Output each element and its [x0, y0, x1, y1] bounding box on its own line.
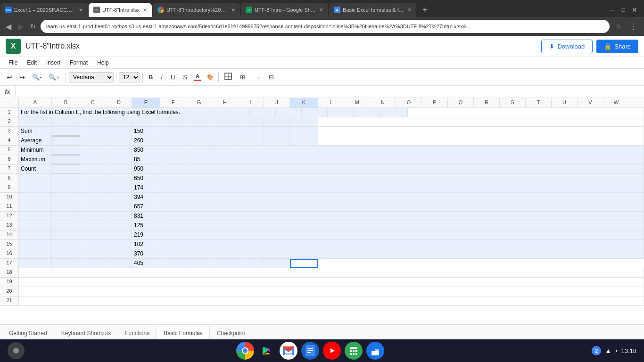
cell-e9[interactable]: 174 — [132, 183, 160, 192]
cell-e2[interactable] — [132, 117, 160, 126]
cell-e7[interactable]: 950 — [132, 165, 160, 173]
row-num-8[interactable]: 8 — [0, 174, 19, 183]
cell-e3[interactable]: 150 — [132, 127, 160, 136]
font-family-select[interactable]: Verdana — [69, 72, 114, 82]
strikethrough-button[interactable]: S — [180, 72, 190, 82]
col-header-i[interactable]: I — [238, 98, 264, 107]
url-field[interactable]: learn-us-east-1-prod-fleet01-xythos.s3.u… — [41, 20, 610, 33]
cell-d2[interactable] — [106, 117, 132, 126]
forward-button[interactable]: ▶ — [16, 21, 25, 32]
cell-j1[interactable] — [354, 108, 380, 117]
cell-h1[interactable] — [302, 108, 328, 117]
sheet-tab-checkpoint[interactable]: Checkpoint — [210, 327, 252, 339]
back-button[interactable]: ◀ — [4, 21, 13, 32]
cell-k1[interactable] — [380, 108, 408, 117]
cell-e4[interactable]: 260 — [132, 136, 160, 145]
cell-c7[interactable] — [80, 165, 106, 173]
taskbar-gmail-icon[interactable] — [280, 342, 297, 360]
row-num-12[interactable]: 12 — [0, 212, 19, 221]
font-size-select[interactable]: 12 — [119, 72, 140, 82]
cell-e8[interactable]: 650 — [132, 174, 160, 183]
restore-button[interactable]: □ — [619, 6, 628, 14]
highlight-color-button[interactable]: 🎨 — [205, 72, 216, 83]
cell-h4[interactable] — [212, 136, 238, 145]
cell-j2[interactable] — [264, 117, 290, 126]
taskbar-calculator-icon[interactable] — [345, 342, 363, 360]
cell-c5[interactable] — [80, 146, 106, 155]
col-header-w[interactable]: W — [603, 98, 629, 107]
cell-b2[interactable] — [52, 117, 80, 126]
tab4-close[interactable]: ✕ — [319, 7, 323, 13]
row-num-5[interactable]: 5 — [0, 146, 19, 155]
tab5-close[interactable]: ✕ — [407, 7, 412, 13]
browser-tab-5[interactable]: A Basic Excel formulas & functio... ✕ — [329, 3, 416, 17]
col-header-a[interactable]: A — [19, 98, 52, 107]
cell-f4[interactable] — [160, 136, 186, 145]
taskbar-google-play-icon[interactable] — [258, 342, 276, 360]
browser-tab-3[interactable]: UTF-8"Introductory%20Terms.d... ✕ — [153, 3, 240, 17]
cell-f2[interactable] — [160, 117, 186, 126]
col-header-h[interactable]: H — [212, 98, 238, 107]
col-header-p[interactable]: P — [422, 98, 448, 107]
menu-file[interactable]: File — [5, 58, 21, 67]
tab1-close[interactable]: ✕ — [79, 7, 83, 13]
col-header-t[interactable]: T — [526, 98, 552, 107]
share-button[interactable]: 🔒 Share — [596, 40, 638, 53]
cell-f5[interactable] — [160, 146, 186, 155]
cell-g2[interactable] — [186, 117, 212, 126]
cell-d5[interactable] — [106, 146, 132, 155]
redo-button[interactable]: ↪ — [17, 72, 28, 83]
cell-j3[interactable] — [264, 127, 290, 136]
new-tab-button[interactable]: + — [417, 5, 433, 15]
cell-c6[interactable] — [80, 155, 106, 164]
row-num-15[interactable]: 15 — [0, 240, 19, 249]
cell-c3[interactable] — [80, 127, 106, 136]
cell-b6[interactable] — [52, 155, 80, 164]
formula-input[interactable] — [16, 87, 644, 97]
bold-button[interactable]: B — [145, 72, 156, 82]
cell-d3[interactable] — [106, 127, 132, 136]
cell-e6[interactable]: 85 — [132, 155, 160, 164]
cell-e5[interactable]: 850 — [132, 146, 160, 155]
col-header-d[interactable]: D — [106, 98, 132, 107]
cell-d4[interactable] — [106, 136, 132, 145]
col-header-b[interactable]: B — [52, 98, 80, 107]
row-num-13[interactable]: 13 — [0, 221, 19, 230]
taskbar-docs-icon[interactable] — [301, 342, 319, 360]
browser-menu-button[interactable]: ⋮ — [627, 21, 640, 32]
menu-format[interactable]: Format — [66, 58, 91, 67]
italic-button[interactable]: I — [157, 72, 166, 82]
cell-g1[interactable] — [276, 108, 302, 117]
browser-tab-4[interactable]: UTF-8"Intro - Google Sheets ✕ — [241, 3, 328, 17]
cell-a4[interactable]: Average — [19, 136, 52, 145]
row-num-16[interactable]: 16 — [0, 249, 19, 258]
cell-e11[interactable]: 657 — [132, 202, 160, 211]
cell-f6[interactable] — [160, 155, 186, 164]
row-num-7[interactable]: 7 — [0, 165, 19, 173]
col-header-e[interactable]: E — [132, 98, 160, 107]
cell-a7[interactable]: Count — [19, 165, 52, 173]
menu-insert[interactable]: Insert — [42, 58, 64, 67]
cell-f3[interactable] — [160, 127, 186, 136]
row-num-2[interactable]: 2 — [0, 117, 19, 126]
merge-button[interactable]: ⊞ — [237, 72, 248, 82]
cell-g4[interactable] — [186, 136, 212, 145]
row-num-1[interactable]: 1 — [0, 108, 19, 117]
cell-e14[interactable]: 219 — [132, 230, 160, 239]
col-header-k[interactable]: K — [290, 98, 318, 107]
cell-a5[interactable]: Minimum — [19, 146, 52, 155]
cell-e16[interactable]: 370 — [132, 249, 160, 258]
cell-e17[interactable]: 405 — [132, 259, 160, 268]
row-num-10[interactable]: 10 — [0, 193, 19, 202]
col-header-v[interactable]: V — [578, 98, 603, 107]
col-header-g[interactable]: G — [186, 98, 212, 107]
taskbar-youtube-icon[interactable] — [323, 342, 341, 360]
cell-i3[interactable] — [238, 127, 264, 136]
col-header-m[interactable]: M — [344, 98, 370, 107]
cell-f1[interactable] — [250, 108, 276, 117]
row-num-9[interactable]: 9 — [0, 183, 19, 192]
cell-d7[interactable] — [106, 165, 132, 173]
col-header-u[interactable]: U — [552, 98, 578, 107]
cell-h2[interactable] — [212, 117, 238, 126]
cell-d6[interactable] — [106, 155, 132, 164]
